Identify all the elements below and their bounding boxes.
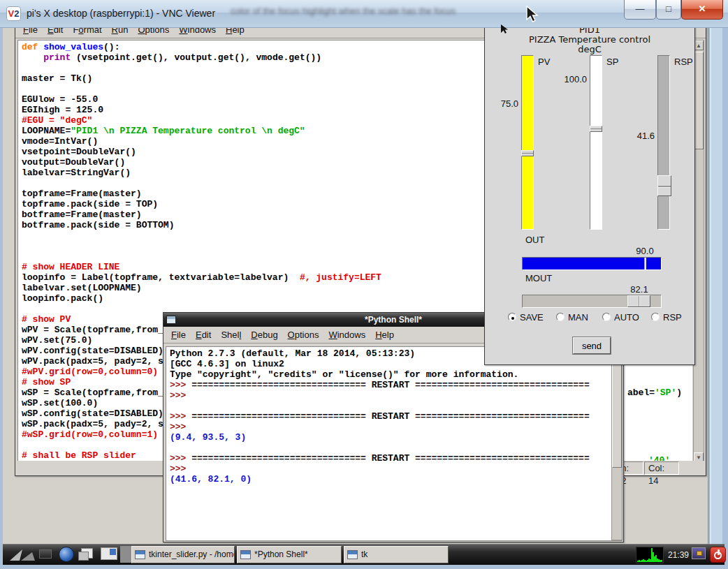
sp-slider-label: SP [606,57,618,67]
task-button[interactable]: tk [344,546,449,563]
pv-slider-value: 75.0 [488,98,518,109]
vnc-viewer-window: tkinter_slider.py - /home/pi/arduinoproj… [0,0,728,569]
rsp-slider-handle[interactable] [657,175,671,196]
minimize-button[interactable]: — [624,0,656,20]
window-icon [166,316,176,324]
rsp-slider[interactable] [657,55,670,230]
shell-line: >>> [170,390,590,401]
shell-line [170,401,590,411]
shell-scroll-thumb[interactable] [612,349,622,468]
menu-start-icon[interactable] [8,547,36,563]
pv-slider-label: PV [538,57,550,67]
loop-name-line2: PIZZA Temperature control [485,34,694,45]
pv-slider[interactable] [521,55,534,230]
close-button[interactable]: ✕ [681,0,723,20]
sp-slider-value: 100.0 [556,74,587,84]
shell-line: >>> [170,422,590,432]
out-label: OUT [525,235,544,245]
mout-value: 82.1 [625,284,653,295]
mout-label: MOUT [525,273,552,283]
shell-menu-shell[interactable]: Shell [216,327,246,343]
mout-slider[interactable] [522,295,662,308]
mouse-cursor [525,6,542,24]
maximize-button[interactable]: □ [656,0,681,20]
shell-title: *Python Shell* [365,315,422,325]
shell-line: Type "copyright", "credits" or "license(… [170,369,590,380]
shell-menu-edit[interactable]: Edit [191,327,216,343]
shell-line: >>> [170,464,590,474]
shell-line: (9.4, 93.5, 3) [170,432,590,443]
status-col: Col: 14 [644,461,679,475]
file-manager-icon[interactable] [39,549,52,559]
editor-scroll-thumb[interactable] [694,52,704,149]
shell-line: >>> ================================ RES… [170,453,590,464]
shell-menu-options[interactable]: Options [283,327,324,343]
shell-scrollbar[interactable] [611,347,623,540]
sp-slider[interactable] [590,55,602,230]
out-slider[interactable] [522,257,662,270]
web-browser-icon[interactable] [59,547,74,562]
pv-slider-handle[interactable] [521,150,534,156]
shell-menu-debug[interactable]: Debug [246,327,282,343]
window-frame-left [0,28,3,569]
vnc-vertical-scrollbar[interactable] [708,28,725,544]
send-button[interactable]: send [573,337,611,354]
shell-menu-help[interactable]: Help [370,327,399,343]
taskbar: tkinter_slider.py - /home...*Python Shel… [3,544,725,565]
tk-pid-window[interactable]: tk _ □ ✕ PID1 PIZZA Temperature control … [484,6,695,365]
task-button[interactable]: tkinter_slider.py - /home... [131,546,235,563]
rsp-slider-value: 41.6 [624,131,655,141]
vnc-logo-icon: V2 [6,6,21,21]
shell-menu-windows[interactable]: Windows [323,327,370,343]
vnc-titlebar[interactable]: V2 pi's X desktop (raspberrypi:1) - VNC … [0,0,728,28]
sp-slider-handle[interactable] [590,126,602,132]
window-frame-bottom [0,565,728,569]
power-button[interactable] [710,547,726,563]
task-button[interactable]: *Python Shell* [237,546,342,563]
shell-output-pane: Python 2.7.3 (default, Mar 18 2014, 05:1… [170,348,590,485]
scroll-up-icon[interactable]: ▲ [694,40,704,50]
window-frame-right [725,28,728,569]
shell-text-area[interactable]: Python 2.7.3 (default, Mar 18 2014, 05:1… [166,346,623,541]
rsp-slider-label: RSP [674,57,693,67]
cpu-monitor[interactable] [636,547,664,563]
shell-line: >>> ================================ RES… [170,411,590,422]
shell-line [170,443,590,453]
aero-ghost-text: color of the focus highlight when the sc… [231,6,510,16]
screenlock-icon[interactable] [692,547,706,559]
shell-menu-file[interactable]: File [166,327,191,343]
x11-cursor [500,24,511,35]
shell-line: >>> ================================ RES… [170,380,590,390]
shell-line: (41.6, 82.1, 0) [170,474,590,485]
code-fragment-sp: abel='SP') [627,387,682,398]
vnc-window-title: pi's X desktop (raspberrypi:1) - VNC Vie… [27,8,215,19]
out-value: 90.0 [631,246,659,256]
windows-stack-icon[interactable] [81,548,93,559]
loop-name-line3: degC [485,44,694,54]
taskbar-clock: 21:39 [668,550,689,560]
desktop-pager-icon[interactable] [101,547,117,560]
